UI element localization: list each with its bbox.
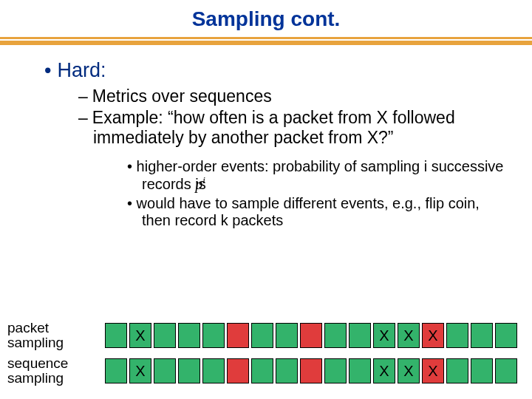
packet-cell [178,358,200,383]
packet-cell: X [398,358,420,383]
packet-cell [276,358,298,383]
bullet-l1: •Hard: [44,59,504,82]
packet-cell [300,358,322,383]
packet-cell [227,323,249,348]
bullet-l2a-text: Metrics over sequences [92,86,272,106]
packet-cell: X [422,323,444,348]
bullet-dot-icon: • [127,195,137,211]
packet-cell [154,358,176,383]
packet-cell [300,323,322,348]
packet-cell [349,323,371,348]
bullet-l2a: –Metrics over sequences [93,86,504,106]
packet-cell [251,323,273,348]
packet-cell [495,358,517,383]
slide-title: Sampling cont. [0,7,532,31]
math-p: p [195,176,202,192]
slide-body: •Hard: –Metrics over sequences –Example:… [0,59,532,230]
dash-icon: – [78,86,88,106]
packet-cell: X [129,358,151,383]
packet-cell: X [398,323,420,348]
bullet-l2b-text: Example: “how often is a packet from X f… [92,108,455,147]
packet-cell [276,323,298,348]
row-label: sequencesampling [7,356,84,386]
row-boxes-0: XXXX [105,323,517,348]
packet-cell [251,358,273,383]
packet-cell [105,358,127,383]
packet-cell [446,358,468,383]
sampling-strips: packetsampling XXXX sequencesampling XXX… [7,313,517,384]
row-boxes-1: XXXX [105,358,517,383]
packet-cell: X [373,358,395,383]
bullet-l2b: –Example: “how often is a packet from X … [93,108,504,148]
packet-cell [495,323,517,348]
bullet-l3b-text: would have to sample different events, e… [137,195,480,229]
packet-cell: X [129,323,151,348]
bullet-dot-icon: • [127,158,137,174]
packet-cell: X [373,323,395,348]
slide: Sampling cont. •Hard: –Metrics over sequ… [0,0,532,399]
bullet-l3-group: • higher-order events: probability of sa… [127,158,504,229]
packet-cell [471,323,493,348]
strip-row-sequence: sequencesampling XXXX [7,358,517,384]
packet-cell [324,323,347,348]
packet-cell [202,358,225,383]
packet-cell [154,323,176,348]
math-pi: pi [210,176,217,194]
packet-cell [178,323,200,348]
title-rule [0,37,532,46]
bullet-dot-icon: • [44,59,51,81]
bullet-l3b: • would have to sample different events,… [142,195,504,230]
packet-cell [446,323,468,348]
packet-cell [105,323,127,348]
packet-cell [324,358,347,383]
row-label: packetsampling [7,321,84,350]
strip-row-packet: packetsampling XXXX [7,322,517,349]
dash-icon: – [78,108,88,127]
bullet-l1-text: Hard: [57,59,106,81]
bullet-l3a-text: higher-order events: probability of samp… [137,158,504,192]
packet-cell: X [422,358,444,383]
packet-cell [227,358,249,383]
packet-cell [471,358,493,383]
bullet-l3a: • higher-order events: probability of sa… [142,158,504,193]
packet-cell [202,323,225,348]
packet-cell [349,358,371,383]
